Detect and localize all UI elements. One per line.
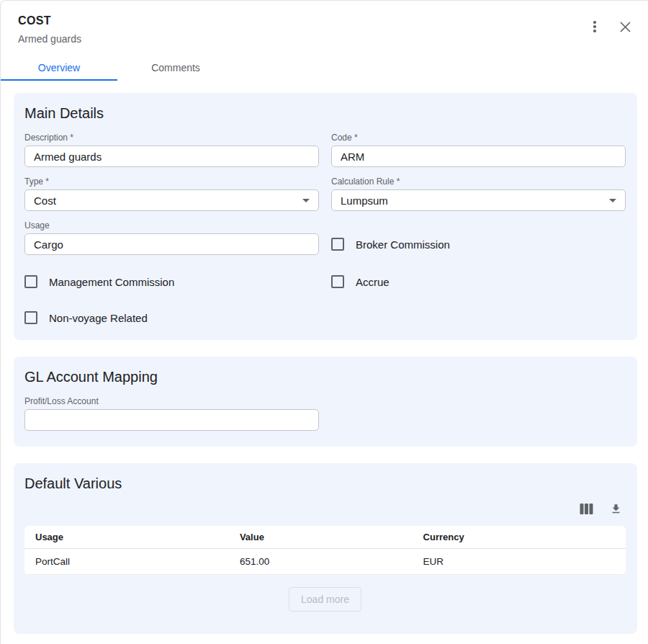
table-toolbar	[24, 503, 622, 515]
management-commission-label: Management Commission	[49, 276, 174, 288]
load-more-container: Load more	[24, 587, 626, 612]
usage-field-group: Usage	[24, 220, 319, 255]
accrue-checkbox-row[interactable]: Accrue	[331, 275, 626, 288]
section-title-gl-account-mapping: GL Account Mapping	[24, 369, 626, 385]
close-icon[interactable]	[618, 19, 632, 34]
usage-label: Usage	[24, 220, 319, 231]
accrue-checkbox[interactable]	[331, 275, 344, 288]
chevron-down-icon	[302, 199, 310, 202]
management-commission-checkbox[interactable]	[24, 275, 37, 288]
section-default-various: Default Various Usage	[14, 463, 637, 634]
description-input[interactable]	[24, 146, 319, 167]
header-actions	[588, 14, 632, 45]
profit-loss-account-input[interactable]	[24, 409, 319, 431]
chevron-down-icon	[609, 199, 616, 202]
calculation-rule-select-value: Lumpsum	[341, 194, 388, 207]
description-label: Description *	[24, 133, 319, 143]
page-title: COST	[18, 14, 81, 27]
type-select[interactable]: Cost	[24, 189, 319, 211]
type-field-group: Type * Cost	[24, 176, 319, 211]
dialog-header: COST Armed guards	[1, 1, 648, 45]
usage-input[interactable]	[24, 233, 319, 255]
section-main-details: Main Details Description * Code * Type *…	[14, 93, 637, 340]
table-header-row: Usage Value Currency	[24, 526, 626, 549]
section-title-default-various: Default Various	[24, 475, 626, 492]
cell-usage: PortCall	[24, 549, 229, 575]
calculation-rule-label: Calculation Rule *	[331, 176, 626, 187]
header-text: COST Armed guards	[18, 14, 81, 45]
non-voyage-related-label: Non-voyage Related	[49, 312, 148, 324]
section-title-main-details: Main Details	[24, 105, 626, 122]
tab-comments[interactable]: Comments	[117, 55, 234, 81]
broker-commission-checkbox-row[interactable]: Broker Commission	[331, 238, 626, 251]
columns-icon[interactable]	[580, 503, 593, 515]
kebab-menu-icon[interactable]	[588, 19, 602, 34]
profit-loss-account-label: Profit/Loss Account	[24, 396, 319, 406]
tab-bar: Overview Comments	[1, 55, 648, 81]
code-field-group: Code *	[331, 133, 626, 167]
column-header-usage: Usage	[24, 526, 229, 549]
code-label: Code *	[331, 133, 626, 143]
column-header-currency: Currency	[413, 526, 626, 549]
cell-value: 651.00	[229, 549, 413, 575]
calculation-rule-field-group: Calculation Rule * Lumpsum	[331, 176, 626, 211]
type-select-value: Cost	[34, 194, 56, 207]
profit-loss-account-field-group: Profit/Loss Account	[24, 396, 319, 431]
page-subtitle: Armed guards	[18, 33, 81, 45]
type-label: Type *	[24, 176, 319, 187]
non-voyage-related-checkbox-row[interactable]: Non-voyage Related	[24, 311, 319, 324]
accrue-label: Accrue	[356, 276, 390, 288]
broker-commission-checkbox[interactable]	[331, 238, 344, 251]
code-input[interactable]	[331, 146, 626, 167]
description-field-group: Description *	[24, 133, 319, 167]
download-icon[interactable]	[610, 503, 622, 515]
table-row[interactable]: PortCall 651.00 EUR	[24, 549, 626, 575]
section-gl-account-mapping: GL Account Mapping Profit/Loss Account	[14, 357, 637, 447]
non-voyage-related-checkbox[interactable]	[24, 311, 37, 324]
broker-commission-label: Broker Commission	[356, 238, 450, 251]
cell-currency: EUR	[413, 549, 626, 575]
management-commission-checkbox-row[interactable]: Management Commission	[24, 275, 319, 288]
tab-overview[interactable]: Overview	[1, 55, 117, 81]
calculation-rule-select[interactable]: Lumpsum	[331, 189, 626, 211]
default-various-table: Usage Value Currency PortCall 651.00 EUR	[24, 526, 626, 575]
load-more-button[interactable]: Load more	[289, 587, 361, 612]
dialog-content: Main Details Description * Code * Type *…	[1, 81, 648, 644]
column-header-value: Value	[229, 526, 413, 549]
